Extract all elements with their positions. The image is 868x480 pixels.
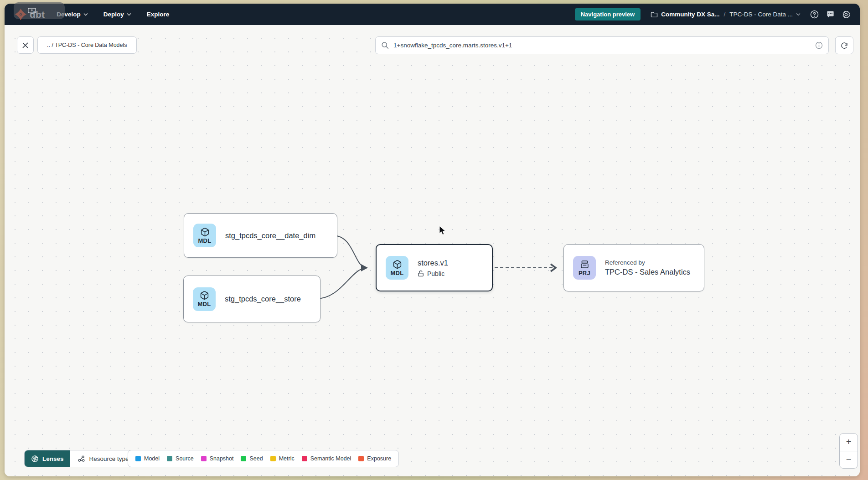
legend-item-snapshot: Snapshot bbox=[201, 455, 234, 462]
metric-swatch bbox=[270, 456, 276, 461]
legend-item-model: Model bbox=[135, 455, 160, 462]
legend-item-source: Source bbox=[167, 455, 194, 462]
node-stg-tpcds-core-date-dim[interactable]: MDL stg_tpcds_core__date_dim bbox=[184, 213, 337, 258]
top-navbar: dbt Develop Deploy Explore Navigation pr… bbox=[5, 4, 860, 25]
exposure-swatch bbox=[358, 456, 364, 461]
resource-legend: Model Source Snapshot Seed Metric Semant… bbox=[128, 450, 399, 467]
folder-icon bbox=[651, 11, 658, 18]
legend-item-exposure: Exposure bbox=[358, 455, 391, 462]
node-text: stores.v1 Public bbox=[418, 259, 448, 277]
aperture-icon bbox=[31, 455, 39, 463]
semantic-model-swatch bbox=[302, 456, 307, 461]
app-window: dbt Develop Deploy Explore Navigation pr… bbox=[5, 4, 860, 476]
snapshot-swatch bbox=[201, 456, 207, 461]
referenced-by-label: Referenced by bbox=[605, 259, 690, 266]
edge-datedim-to-stores bbox=[333, 235, 367, 268]
stack-icon bbox=[580, 260, 589, 269]
model-badge: MDL bbox=[193, 287, 216, 311]
close-icon bbox=[22, 42, 29, 49]
breadcrumb-section[interactable]: TPC-DS - Core Data ... bbox=[729, 11, 801, 18]
refresh-button[interactable] bbox=[835, 36, 853, 54]
legend-item-seed: Seed bbox=[241, 455, 263, 462]
zoom-controls: + − bbox=[839, 433, 858, 469]
lenses-button[interactable]: Lenses bbox=[25, 450, 70, 467]
selector-input[interactable] bbox=[393, 42, 811, 49]
legend-item-semantic-model: Semantic Model bbox=[302, 455, 351, 462]
node-label: stores.v1 bbox=[418, 259, 448, 267]
node-access: Public bbox=[418, 270, 448, 277]
zoom-out-button[interactable]: − bbox=[840, 451, 858, 469]
screen-share-icon bbox=[27, 7, 36, 15]
edge-store-to-stores bbox=[316, 268, 367, 299]
node-stg-tpcds-core-store[interactable]: MDL stg_tpcds_core__store bbox=[183, 276, 320, 322]
cube-icon bbox=[393, 260, 402, 269]
refresh-icon bbox=[840, 41, 848, 50]
navigation-preview-badge[interactable]: Navigation preview bbox=[575, 8, 641, 20]
feedback-icon[interactable] bbox=[826, 10, 835, 19]
chevron-down-icon bbox=[83, 13, 88, 16]
chevron-down-icon bbox=[796, 13, 801, 16]
lineage-selector-bar bbox=[375, 36, 829, 54]
lineage-canvas[interactable]: MDL stg_tpcds_core__date_dim MDL stg_tpc… bbox=[5, 25, 860, 476]
nav-menu-explore[interactable]: Explore bbox=[147, 11, 170, 18]
zoom-in-button[interactable]: + bbox=[840, 434, 858, 451]
breadcrumb-project[interactable]: Community DX Sa... bbox=[651, 11, 719, 18]
node-stores-v1[interactable]: MDL stores.v1 Public bbox=[376, 244, 493, 291]
project-badge: PRJ bbox=[573, 256, 596, 280]
chevron-down-icon bbox=[127, 13, 131, 16]
settings-gear-icon[interactable] bbox=[842, 10, 851, 19]
browser-pip-tab bbox=[14, 2, 65, 19]
lineage-path-chip[interactable]: .. / TPC-DS - Core Data Models bbox=[37, 36, 137, 54]
model-badge: MDL bbox=[193, 224, 216, 247]
close-button[interactable] bbox=[17, 36, 34, 54]
navbar-icon-group bbox=[810, 10, 851, 19]
graph-icon bbox=[78, 455, 85, 463]
node-label: TPC-DS - Sales Analytics bbox=[605, 268, 690, 276]
model-badge: MDL bbox=[386, 256, 408, 280]
breadcrumb-separator: / bbox=[723, 11, 725, 18]
node-label: stg_tpcds_core__store bbox=[225, 295, 301, 303]
cube-icon bbox=[200, 227, 210, 237]
breadcrumb: Community DX Sa... / TPC-DS - Core Data … bbox=[651, 11, 801, 18]
model-swatch bbox=[135, 456, 141, 461]
nav-menu-deploy[interactable]: Deploy bbox=[103, 11, 131, 18]
source-swatch bbox=[167, 456, 172, 461]
search-icon bbox=[381, 41, 389, 49]
info-icon[interactable] bbox=[815, 41, 823, 49]
help-icon[interactable] bbox=[810, 10, 819, 19]
seed-swatch bbox=[241, 456, 246, 461]
node-label: stg_tpcds_core__date_dim bbox=[225, 231, 315, 240]
unlock-icon bbox=[418, 270, 424, 277]
cube-icon bbox=[200, 291, 209, 300]
node-referenced-project[interactable]: PRJ Referenced by TPC-DS - Sales Analyti… bbox=[563, 244, 704, 291]
legend-item-metric: Metric bbox=[270, 455, 294, 462]
node-text: Referenced by TPC-DS - Sales Analytics bbox=[605, 259, 690, 276]
